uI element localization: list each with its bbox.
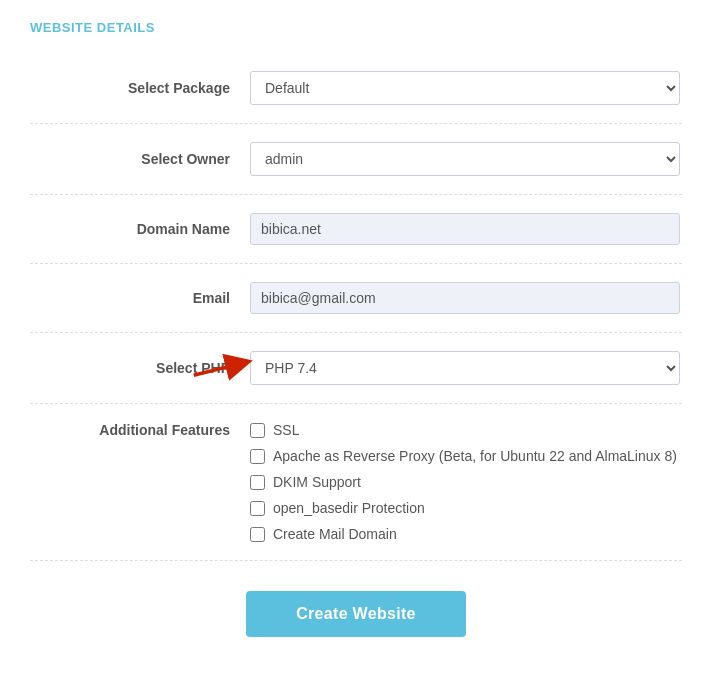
select-package-dropdown[interactable]: Default Basic Advanced Premium [250, 71, 680, 105]
checkbox-open-basedir[interactable] [250, 501, 265, 516]
checkbox-mail-domain-item: Create Mail Domain [250, 526, 677, 542]
domain-name-row: Domain Name [30, 195, 682, 264]
checkbox-ssl-label[interactable]: SSL [273, 422, 299, 438]
checkbox-dkim-item: DKIM Support [250, 474, 677, 490]
checkbox-mail-domain[interactable] [250, 527, 265, 542]
checkbox-mail-domain-label[interactable]: Create Mail Domain [273, 526, 397, 542]
checkboxes-container: SSL Apache as Reverse Proxy (Beta, for U… [250, 422, 677, 542]
checkbox-ssl[interactable] [250, 423, 265, 438]
select-owner-label: Select Owner [30, 151, 250, 167]
checkbox-ssl-item: SSL [250, 422, 677, 438]
select-owner-dropdown[interactable]: admin user1 user2 [250, 142, 680, 176]
checkbox-dkim[interactable] [250, 475, 265, 490]
page-title: WEBSITE DETAILS [30, 20, 682, 35]
checkbox-apache-item: Apache as Reverse Proxy (Beta, for Ubunt… [250, 448, 677, 464]
select-package-row: Select Package Default Basic Advanced Pr… [30, 53, 682, 124]
additional-features-label: Additional Features [30, 422, 250, 438]
email-label: Email [30, 290, 250, 306]
checkbox-apache-label[interactable]: Apache as Reverse Proxy (Beta, for Ubunt… [273, 448, 677, 464]
email-row: Email [30, 264, 682, 333]
checkbox-open-basedir-label[interactable]: open_basedir Protection [273, 500, 425, 516]
select-php-row: Select PHP PHP 7.4 PHP 7.3 PHP 8.0 PHP 8… [30, 333, 682, 404]
domain-name-input[interactable] [250, 213, 680, 245]
select-php-label: Select PHP [30, 360, 250, 376]
checkbox-dkim-label[interactable]: DKIM Support [273, 474, 361, 490]
select-php-dropdown[interactable]: PHP 7.4 PHP 7.3 PHP 8.0 PHP 8.1 PHP 8.2 [250, 351, 680, 385]
select-owner-row: Select Owner admin user1 user2 [30, 124, 682, 195]
email-input[interactable] [250, 282, 680, 314]
checkbox-apache[interactable] [250, 449, 265, 464]
create-website-button[interactable]: Create Website [246, 591, 466, 637]
additional-features-row: Additional Features SSL Apache as Revers… [30, 404, 682, 561]
select-package-label: Select Package [30, 80, 250, 96]
checkbox-open-basedir-item: open_basedir Protection [250, 500, 677, 516]
domain-name-label: Domain Name [30, 221, 250, 237]
